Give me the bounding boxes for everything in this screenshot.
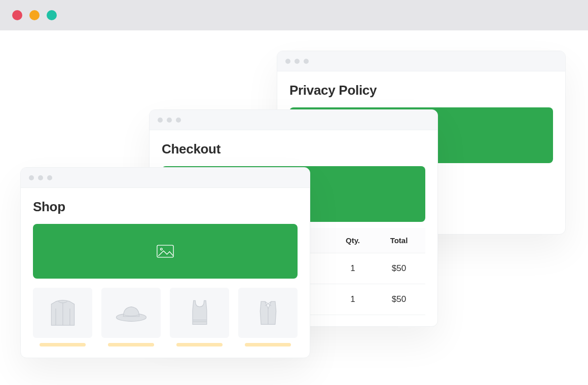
- chrome-dot: [158, 118, 163, 123]
- product-card[interactable]: [170, 288, 229, 346]
- chrome-dot: [167, 118, 172, 123]
- vest-icon: [247, 295, 289, 331]
- product-card[interactable]: [33, 288, 92, 346]
- page-title: Shop: [33, 199, 298, 215]
- traffic-light-close[interactable]: [12, 10, 22, 20]
- product-thumb: [101, 288, 161, 338]
- traffic-light-minimize[interactable]: [29, 10, 40, 20]
- chrome-dot: [285, 59, 290, 64]
- product-thumb: [33, 288, 92, 338]
- image-icon: [157, 245, 174, 258]
- price-placeholder: [40, 343, 86, 346]
- chrome-dot: [176, 118, 181, 123]
- cell-qty: 1: [333, 253, 373, 284]
- window-chrome: [150, 110, 437, 130]
- chrome-dot: [295, 59, 300, 64]
- os-title-bar: [0, 0, 588, 30]
- traffic-light-zoom[interactable]: [47, 10, 57, 20]
- window-chrome: [21, 168, 310, 188]
- cell-total: $50: [373, 284, 425, 315]
- price-placeholder: [108, 343, 154, 346]
- chrome-dot: [29, 175, 34, 180]
- tanktop-icon: [179, 295, 220, 331]
- product-card[interactable]: [238, 288, 298, 346]
- window-shop: Shop: [20, 167, 310, 358]
- price-placeholder: [176, 343, 223, 346]
- cell-total: $50: [373, 253, 425, 284]
- page-title: Checkout: [162, 141, 425, 157]
- product-row: [33, 288, 298, 346]
- shop-hero: [33, 224, 298, 279]
- col-header-qty: Qty.: [333, 228, 373, 253]
- svg-point-1: [160, 248, 162, 250]
- col-header-total: Total: [373, 228, 425, 253]
- window-chrome: [277, 51, 565, 71]
- hat-icon: [111, 295, 152, 331]
- product-thumb: [170, 288, 229, 338]
- page-title: Privacy Policy: [289, 83, 553, 98]
- chrome-dot: [47, 175, 52, 180]
- product-card[interactable]: [101, 288, 161, 346]
- cell-qty: 1: [333, 284, 373, 315]
- chrome-dot: [38, 175, 43, 180]
- svg-rect-0: [157, 245, 173, 257]
- jacket-icon: [42, 295, 84, 331]
- product-thumb: [238, 288, 298, 338]
- chrome-dot: [304, 59, 309, 64]
- price-placeholder: [245, 343, 291, 346]
